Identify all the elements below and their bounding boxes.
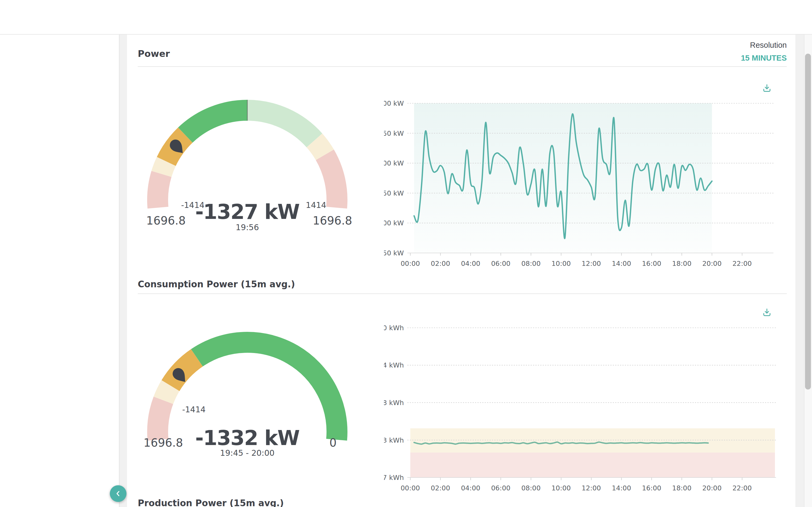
- svg-text:-1697 kWh: -1697 kWh: [384, 474, 404, 482]
- svg-text:-1350 kW: -1350 kW: [384, 189, 404, 197]
- section-divider: [138, 293, 787, 294]
- svg-text:00:00: 00:00: [401, 260, 420, 268]
- svg-text:-1200 kW: -1200 kW: [384, 100, 404, 107]
- gauge-tick-label: -1414: [167, 405, 221, 414]
- sidebar: [0, 35, 119, 507]
- svg-text:22:00: 22:00: [732, 484, 752, 492]
- svg-text:00:00: 00:00: [401, 484, 420, 492]
- section-title-production: Production Power (15m avg.): [138, 498, 284, 507]
- svg-text:04:00: 04:00: [461, 260, 480, 268]
- svg-text:-1250 kW: -1250 kW: [384, 129, 404, 137]
- svg-text:0 kWh: 0 kWh: [384, 324, 404, 332]
- section-title-power: Power: [138, 48, 170, 59]
- consumption-line-chart[interactable]: 0 kWh-424 kWh-848 kWh-1273 kWh-1697 kWh0…: [384, 306, 806, 507]
- app-header: [0, 0, 812, 35]
- app-root: Gridly .energy Grid monitor: [0, 0, 812, 507]
- svg-text:06:00: 06:00: [491, 484, 510, 492]
- gauge-timestamp: 19:45 - 20:00: [200, 448, 294, 458]
- svg-text:-424 kWh: -424 kWh: [384, 361, 404, 369]
- sidebar-collapse-button[interactable]: [110, 485, 126, 502]
- section-divider: [138, 66, 787, 67]
- svg-text:-1300 kW: -1300 kW: [384, 159, 404, 167]
- svg-text:22:00: 22:00: [732, 260, 752, 268]
- svg-text:20:00: 20:00: [702, 484, 721, 492]
- svg-text:18:00: 18:00: [672, 260, 692, 268]
- svg-text:04:00: 04:00: [461, 484, 480, 492]
- section-title-consumption: Consumption Power (15m avg.): [138, 279, 295, 289]
- chevron-left-icon: [114, 489, 123, 498]
- svg-text:10:00: 10:00: [552, 260, 571, 268]
- svg-text:14:00: 14:00: [612, 484, 631, 492]
- vertical-scrollbar-thumb[interactable]: [805, 54, 811, 390]
- svg-text:02:00: 02:00: [431, 484, 450, 492]
- svg-text:08:00: 08:00: [521, 484, 541, 492]
- svg-text:12:00: 12:00: [581, 484, 601, 492]
- resolution-value[interactable]: 15 MINUTES: [693, 54, 787, 62]
- resolution-label: Resolution: [720, 41, 787, 50]
- svg-text:-1400 kW: -1400 kW: [384, 219, 404, 227]
- svg-text:02:00: 02:00: [431, 260, 450, 268]
- svg-text:16:00: 16:00: [642, 260, 661, 268]
- svg-text:12:00: 12:00: [581, 260, 601, 268]
- svg-text:20:00: 20:00: [702, 260, 721, 268]
- svg-text:-1273 kWh: -1273 kWh: [384, 437, 404, 444]
- svg-text:10:00: 10:00: [552, 484, 571, 492]
- power-line-chart[interactable]: -1200 kW-1250 kW-1300 kW-1350 kW-1400 kW…: [384, 80, 806, 284]
- gauge-value: -1332 kW: [180, 426, 314, 450]
- svg-text:-848 kWh: -848 kWh: [384, 399, 404, 407]
- gauge-timestamp: 19:56: [207, 223, 288, 232]
- svg-text:16:00: 16:00: [642, 484, 661, 492]
- svg-text:06:00: 06:00: [491, 260, 510, 268]
- svg-text:-1450 kW: -1450 kW: [384, 249, 404, 257]
- svg-text:14:00: 14:00: [612, 260, 631, 268]
- gauge-value: -1327 kW: [180, 200, 314, 224]
- svg-text:18:00: 18:00: [672, 484, 692, 492]
- svg-text:08:00: 08:00: [521, 260, 541, 268]
